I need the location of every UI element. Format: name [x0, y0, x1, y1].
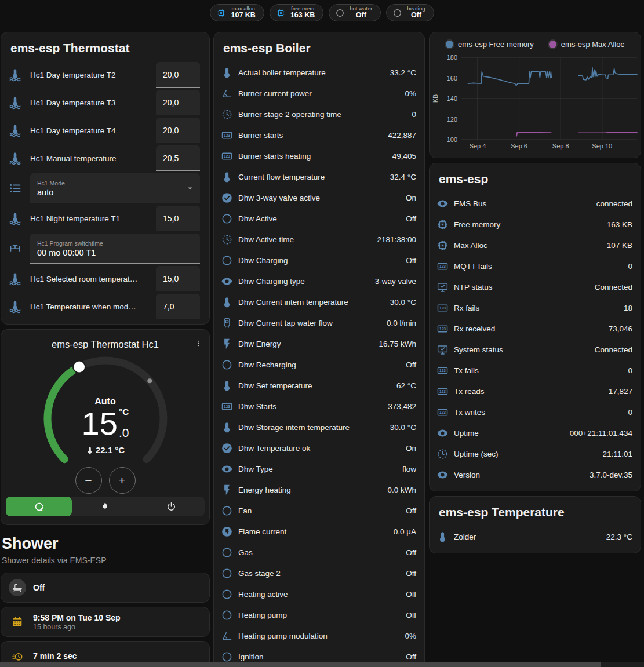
entity-label: Gas stage 2 [238, 569, 400, 578]
entity-label: Hc1 Night temperature T1 [30, 214, 156, 223]
mode-power-button[interactable] [139, 497, 205, 516]
entity-row[interactable]: Free memory163 KB [430, 214, 641, 235]
entity-row[interactable]: Dhw Energy16.75 kWh [214, 333, 424, 354]
entity-row[interactable]: Dhw Active time2181:38:00 [214, 229, 424, 250]
entity-row[interactable]: Dhw Set temperature62 °C [214, 375, 424, 396]
increase-temp-button[interactable]: + [109, 467, 136, 494]
mode-auto-button[interactable] [6, 497, 72, 516]
text-input[interactable]: Hc1 Program switchtime00 mo 00:00 T1 [30, 234, 200, 264]
entity-row[interactable]: Dhw Typeflow [214, 458, 424, 479]
entity-row[interactable]: Heating pumpOff [214, 604, 424, 625]
number-input[interactable]: 7,0 [156, 294, 200, 319]
number-input-value: 20,5 [163, 154, 179, 163]
entity-row[interactable]: Burner starts heating49,405 [214, 145, 424, 166]
entity-row[interactable]: Uptime000+21:11:01.434 [430, 422, 641, 443]
memory-history-chart[interactable]: 100120140160180Sep 4Sep 6Sep 8Sep 10KB [430, 32, 641, 158]
badge-free-mem[interactable]: free mem163 KB [270, 4, 323, 21]
text-row: Hc1 Program switchtime00 mo 00:00 T1 [8, 232, 200, 265]
entity-row[interactable]: Zolder22.3 °C [430, 526, 641, 547]
horizontal-scrollbar-thumb[interactable] [0, 662, 601, 667]
entity-label: Dhw Starts [238, 402, 382, 411]
entity-row[interactable]: Dhw ActiveOff [214, 208, 424, 229]
entity-value: 0 [628, 408, 632, 417]
entity-row[interactable]: Gas stage 2Off [214, 563, 424, 584]
entity-row[interactable]: Dhw Charging type3-way valve [214, 271, 424, 291]
entity-row[interactable]: Dhw Starts373,482 [214, 396, 424, 417]
legend-item[interactable]: ems-esp Max Alloc [549, 40, 624, 49]
number-input[interactable]: 15,0 [156, 206, 200, 231]
coolant-icon [8, 212, 22, 225]
flame-icon [100, 501, 111, 512]
entity-row[interactable]: NTP statusConnected [430, 276, 641, 297]
more-options-button[interactable] [191, 336, 206, 351]
entity-value: Off [406, 590, 416, 599]
entity-row[interactable]: Actual boiler temperature33.2 °C [214, 62, 424, 83]
mode-flame-button[interactable] [72, 497, 138, 516]
card-title: ems-esp Temperature [430, 497, 641, 525]
entity-row[interactable]: Burner starts422,887 [214, 125, 424, 145]
entity-value: 18 [624, 304, 632, 312]
mode-select[interactable]: Hc1 Modeauto [30, 173, 200, 203]
number-input[interactable]: 20,0 [156, 118, 200, 143]
thermometer-icon [436, 531, 449, 543]
entity-row[interactable]: Dhw Current tap water flow0.0 l/min [214, 312, 424, 333]
entity-value: 30.0 °C [390, 423, 416, 432]
entity-row[interactable]: Dhw 3-way valve activeOn [214, 187, 424, 208]
entity-row[interactable]: GasOff [214, 542, 424, 563]
entity-row[interactable]: Heating activeOff [214, 584, 424, 604]
entity-label: Burner starts heating [238, 152, 387, 161]
entity-row[interactable]: FanOff [214, 500, 424, 521]
water-heater-icon [221, 317, 233, 329]
legend-label: ems-esp Max Alloc [561, 40, 624, 49]
field-value: auto [37, 188, 183, 197]
entity-row[interactable]: Dhw Storage intern temperature30.0 °C [214, 417, 424, 438]
entity-label: Max Alloc [454, 241, 601, 250]
badge-max-alloc[interactable]: max alloc107 KB [210, 4, 264, 21]
number-row: Hc1 Night temperature T115,0 [8, 205, 200, 232]
entity-label: Dhw Temperature ok [238, 444, 400, 453]
entity-label: Tx writes [454, 408, 622, 417]
thermometer-icon [221, 171, 233, 183]
card-title: ems-esp [430, 163, 641, 192]
entity-value: 73,046 [609, 325, 632, 333]
entity-row[interactable]: Version3.7.0-dev.35 [430, 464, 641, 485]
entity-row[interactable]: Burner stage 2 operating time0 [214, 104, 424, 125]
entity-row[interactable]: Tx fails0 [430, 360, 641, 381]
entity-row[interactable]: Dhw Current intern temperature30.0 °C [214, 291, 424, 312]
number-input[interactable]: 20,0 [156, 90, 200, 115]
badge-text: free mem163 KB [290, 6, 315, 20]
number-input[interactable]: 15,0 [156, 266, 200, 291]
number-input[interactable]: 20,5 [156, 145, 200, 171]
number-input-value: 20,0 [163, 126, 179, 135]
entity-row[interactable]: Energy heating0.0 kWh [214, 479, 424, 500]
entity-row[interactable]: Flame current0.0 µA [214, 521, 424, 542]
entity-row[interactable]: Uptime (sec)21:11:01 [430, 443, 641, 464]
badge-heating[interactable]: heatingOff [386, 4, 434, 21]
tile-text: 9:58 PM on Tue 10 Sep15 hours ago [33, 613, 121, 631]
entity-row[interactable]: Dhw RechargingOff [214, 354, 424, 375]
entity-row[interactable]: MQTT fails0 [430, 256, 641, 276]
legend-item[interactable]: ems-esp Free memory [446, 40, 534, 49]
entity-row[interactable]: Rx received73,046 [430, 318, 641, 339]
tile-primary: Off [33, 583, 45, 592]
entity-row[interactable]: Tx reads17,827 [430, 381, 641, 402]
entity-row[interactable]: System statusConnected [430, 339, 641, 360]
decrease-temp-button[interactable]: − [75, 467, 102, 494]
badge-hot-water[interactable]: hot waterOff [329, 4, 381, 21]
entity-label: Hc1 Manual temperature [30, 154, 156, 163]
entity-row[interactable]: Dhw Temperature okOn [214, 438, 424, 458]
shower-tile[interactable]: 9:58 PM on Tue 10 Sep15 hours ago [1, 607, 210, 637]
counter-icon [436, 260, 449, 272]
temperature-card: ems-esp Temperature Zolder22.3 °C [429, 496, 641, 553]
horizontal-scrollbar-track[interactable] [0, 662, 644, 667]
entity-row[interactable]: Rx fails18 [430, 297, 641, 318]
entity-row[interactable]: Heating pump modulation0% [214, 625, 424, 646]
entity-row[interactable]: Dhw ChargingOff [214, 250, 424, 271]
entity-row[interactable]: EMS Busconnected [430, 193, 641, 214]
entity-row[interactable]: Tx writes0 [430, 402, 641, 422]
number-input[interactable]: 20,0 [156, 62, 200, 88]
shower-tile[interactable]: Off [1, 573, 210, 603]
entity-row[interactable]: Burner current power0% [214, 83, 424, 104]
entity-row[interactable]: Current flow temperature32.4 °C [214, 166, 424, 187]
entity-row[interactable]: Max Alloc107 KB [430, 235, 641, 256]
